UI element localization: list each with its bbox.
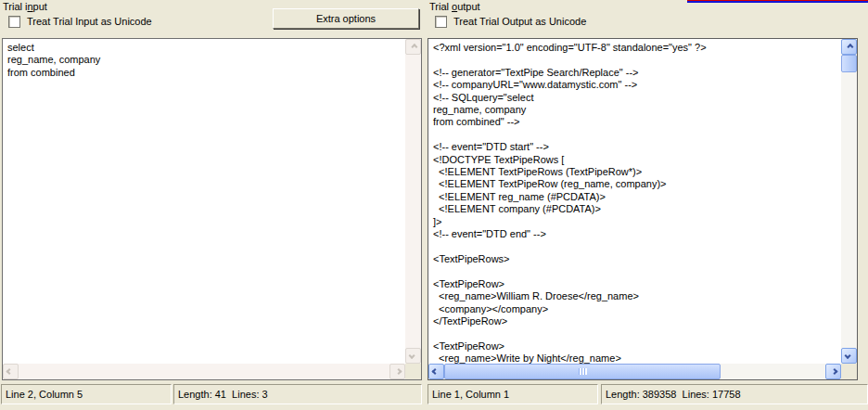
chevron-up-icon bbox=[847, 44, 853, 50]
input-horizontal-scrollbar[interactable] bbox=[3, 364, 405, 379]
top-highlight-line bbox=[687, 0, 868, 3]
treat-input-unicode-checkbox[interactable] bbox=[8, 16, 20, 28]
extra-options-button[interactable]: Extra options bbox=[273, 8, 419, 29]
chevron-left-icon bbox=[432, 368, 439, 375]
output-status-stats: Length: 389358 Lines: 17758 bbox=[601, 384, 868, 404]
thumb-grip-icon bbox=[579, 368, 587, 375]
scroll-up-button[interactable] bbox=[405, 39, 421, 55]
trial-input-editor[interactable]: select reg_name, company from combined bbox=[2, 38, 422, 380]
input-vertical-scrollbar[interactable] bbox=[405, 39, 421, 364]
title-text: Trial i bbox=[3, 1, 27, 12]
textpipe-trial-window: Trial input Treat Trial Input as Unicode… bbox=[0, 0, 868, 410]
scroll-left-button[interactable] bbox=[3, 364, 19, 379]
trial-output-editor[interactable]: <?xml version="1.0" encoding="UTF-8" sta… bbox=[428, 38, 858, 380]
title-text: utput bbox=[457, 1, 479, 12]
trial-input-text[interactable]: select reg_name, company from combined bbox=[3, 39, 405, 364]
trial-output-text[interactable]: <?xml version="1.0" encoding="UTF-8" sta… bbox=[428, 39, 841, 364]
chevron-right-icon bbox=[395, 368, 402, 375]
chevron-left-icon bbox=[6, 368, 13, 375]
treat-output-unicode-checkbox[interactable] bbox=[435, 16, 447, 28]
scroll-down-button[interactable] bbox=[405, 348, 421, 364]
treat-output-unicode-label: Treat Trial Output as Unicode bbox=[453, 16, 586, 27]
scrollbar-corner bbox=[405, 364, 421, 379]
treat-input-unicode-label: Treat Trial Input as Unicode bbox=[27, 16, 152, 27]
horizontal-scrollbar-thumb[interactable] bbox=[444, 364, 721, 379]
trial-input-title: Trial input bbox=[3, 1, 47, 12]
scroll-up-button[interactable] bbox=[841, 39, 857, 55]
input-status-stats: Length: 41 Lines: 3 bbox=[173, 384, 422, 404]
chevron-up-icon bbox=[411, 44, 417, 50]
chevron-down-icon bbox=[845, 352, 851, 359]
scroll-right-button[interactable] bbox=[389, 364, 405, 379]
vertical-scrollbar-thumb[interactable] bbox=[841, 55, 857, 72]
title-text: put bbox=[33, 1, 47, 12]
scroll-right-button[interactable] bbox=[825, 364, 841, 379]
input-status-position: Line 2, Column 5 bbox=[1, 384, 172, 404]
trial-output-title: Trial output bbox=[429, 1, 480, 12]
top-highlight-blue-stripe bbox=[687, 1, 868, 3]
scrollbar-corner bbox=[841, 364, 857, 379]
output-horizontal-scrollbar[interactable] bbox=[428, 364, 841, 379]
scroll-left-button[interactable] bbox=[428, 364, 444, 379]
scroll-down-button[interactable] bbox=[841, 348, 857, 364]
chevron-down-icon bbox=[409, 352, 415, 359]
output-status-position: Line 1, Column 1 bbox=[428, 384, 598, 404]
output-vertical-scrollbar[interactable] bbox=[841, 39, 857, 364]
title-text: Trial bbox=[429, 1, 452, 12]
chevron-right-icon bbox=[831, 368, 837, 375]
